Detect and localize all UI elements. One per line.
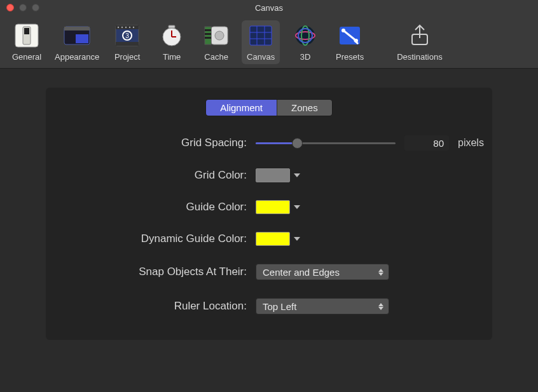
toolbar-item-cache[interactable]: Cache (197, 20, 235, 64)
svg-rect-26 (250, 26, 272, 45)
svg-point-21 (215, 31, 224, 40)
dynamic-guide-color-swatch[interactable] (256, 232, 290, 246)
time-icon (158, 22, 186, 50)
svg-rect-23 (205, 29, 211, 31)
alignment-form: Grid Spacing: pixels Grid Color: Guide C… (65, 135, 473, 314)
svg-rect-4 (76, 34, 88, 43)
close-window-button[interactable] (6, 4, 14, 11)
svg-rect-5 (64, 27, 90, 30)
snap-objects-popup[interactable]: Center and Edges (256, 264, 389, 280)
guide-color-swatch[interactable] (256, 200, 290, 214)
cache-icon (202, 22, 230, 50)
toolbar-item-canvas[interactable]: Canvas (242, 20, 280, 64)
window-title: Canvas (255, 3, 283, 13)
zoom-window-button[interactable] (32, 4, 39, 11)
toolbar-label: Canvas (247, 52, 275, 62)
grid-spacing-unit: pixels (458, 137, 484, 149)
toolbar-item-time[interactable]: Time (153, 20, 191, 64)
project-icon: 3 (113, 22, 141, 50)
3d-icon (291, 22, 319, 50)
canvas-tabs: Alignment Zones (205, 99, 332, 116)
grid-color-label: Grid Color: (65, 169, 256, 182)
svg-rect-7 (116, 25, 139, 29)
canvas-icon (247, 22, 275, 50)
svg-rect-2 (24, 28, 29, 34)
content-area: Alignment Zones Grid Spacing: pixels Gri… (0, 69, 538, 359)
svg-rect-17 (169, 25, 175, 28)
svg-point-10 (121, 27, 123, 28)
toolbar-item-destinations[interactable]: Destinations (394, 20, 445, 64)
grid-color-well[interactable] (256, 168, 300, 182)
grid-spacing-slider[interactable] (256, 137, 396, 149)
slider-thumb[interactable] (292, 138, 303, 149)
preferences-toolbar: General Appearance 3 Project Time Cache … (0, 15, 538, 69)
popup-arrows-icon (378, 269, 383, 276)
window-controls (6, 4, 39, 11)
general-icon (13, 22, 41, 50)
chevron-down-icon[interactable] (294, 173, 300, 177)
svg-point-12 (129, 27, 130, 28)
snap-objects-value: Center and Edges (263, 267, 340, 278)
guide-color-label: Guide Color: (65, 201, 256, 213)
grid-color-swatch[interactable] (256, 168, 290, 182)
toolbar-item-presets[interactable]: Presets (331, 20, 369, 64)
svg-point-37 (341, 29, 345, 32)
toolbar-label: Appearance (55, 52, 99, 62)
canvas-settings-panel: Alignment Zones Grid Spacing: pixels Gri… (46, 88, 492, 340)
ruler-location-popup[interactable]: Top Left (256, 298, 389, 314)
dynamic-guide-color-well[interactable] (256, 232, 300, 246)
toolbar-label: 3D (300, 52, 311, 62)
snap-objects-label: Snap Objects At Their: (65, 266, 256, 278)
svg-point-9 (118, 27, 119, 28)
toolbar-label: Destinations (397, 52, 443, 62)
svg-rect-25 (205, 37, 211, 39)
toolbar-label: Cache (204, 52, 228, 62)
chevron-down-icon[interactable] (294, 237, 300, 241)
toolbar-label: Presets (336, 52, 364, 62)
chevron-down-icon[interactable] (294, 205, 300, 209)
toolbar-item-3d[interactable]: 3D (286, 20, 324, 64)
svg-text:3: 3 (125, 32, 129, 39)
svg-point-13 (133, 27, 134, 28)
tab-alignment[interactable]: Alignment (206, 100, 277, 116)
toolbar-item-project[interactable]: 3 Project (108, 20, 146, 64)
ruler-location-value: Top Left (263, 301, 296, 312)
minimize-window-button[interactable] (19, 4, 27, 11)
toolbar-label: General (12, 52, 41, 62)
svg-rect-8 (116, 42, 139, 46)
titlebar: Canvas (0, 0, 538, 15)
svg-rect-24 (205, 33, 211, 35)
guide-color-well[interactable] (256, 200, 300, 214)
dynamic-guide-color-label: Dynamic Guide Color: (65, 233, 256, 245)
presets-icon (336, 22, 364, 50)
grid-spacing-label: Grid Spacing: (65, 137, 256, 149)
toolbar-item-appearance[interactable]: Appearance (52, 20, 102, 64)
toolbar-label: Project (114, 52, 140, 62)
appearance-icon (63, 22, 91, 50)
svg-point-11 (125, 27, 127, 28)
toolbar-label: Time (163, 52, 181, 62)
popup-arrows-icon (378, 303, 383, 310)
toolbar-item-general[interactable]: General (8, 20, 46, 64)
grid-spacing-field[interactable] (404, 135, 449, 151)
ruler-location-label: Ruler Location: (65, 300, 256, 313)
destinations-icon (406, 22, 434, 50)
tab-zones[interactable]: Zones (277, 100, 332, 116)
